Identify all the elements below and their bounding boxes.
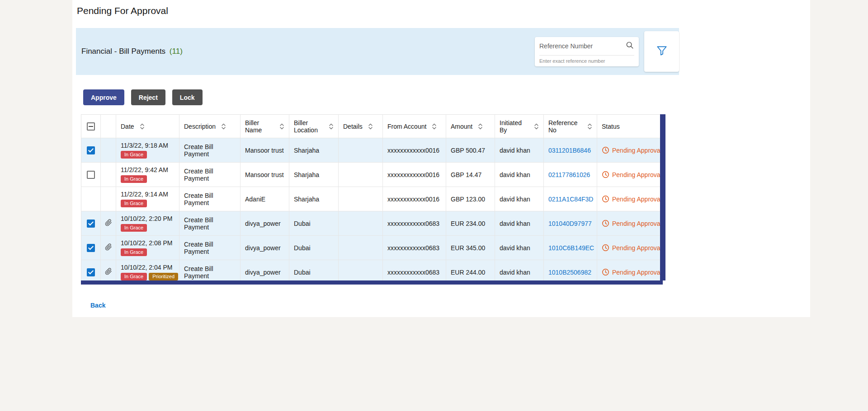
row-details (339, 211, 383, 236)
column-header-initiated-by[interactable]: Initiated By (495, 115, 544, 138)
status-badge: Prioritized (149, 273, 178, 280)
reference-link[interactable]: 101040D97977 (548, 220, 592, 227)
table-row: 11/2/22, 9:14 AMIn GraceCreate Bill Paym… (81, 187, 660, 211)
row-checkbox[interactable] (87, 171, 95, 179)
row-description: Create Bill Payment (179, 236, 241, 260)
reference-link[interactable]: 0211A1C84F3D (548, 196, 593, 203)
back-link[interactable]: Back (90, 302, 105, 309)
paperclip-icon (105, 269, 112, 276)
row-amount: EUR 345.00 (446, 236, 495, 260)
row-date: 11/2/22, 9:14 AM (121, 191, 175, 198)
row-initiated-by: david khan (495, 163, 544, 187)
paperclip-icon (105, 245, 112, 252)
pending-clock-icon (602, 220, 609, 227)
row-details (339, 163, 383, 187)
reference-link[interactable]: 0311201B6846 (548, 147, 591, 154)
sort-icon[interactable] (329, 123, 334, 130)
search-icon[interactable] (625, 41, 634, 51)
row-checkbox[interactable] (87, 244, 95, 252)
row-initiated-by: david khan (495, 211, 544, 236)
attachment-column-header (101, 115, 116, 138)
row-biller-location: Sharjaha (289, 138, 339, 163)
reference-link[interactable]: 1010C6B149EC (548, 244, 594, 252)
row-from-account: xxxxxxxxxxxx0016 (383, 163, 446, 187)
column-header-description[interactable]: Description (179, 115, 241, 138)
row-initiated-by: david khan (495, 187, 544, 211)
row-status: Pending Approval (612, 147, 662, 154)
row-date: 10/10/22, 2:08 PM (121, 239, 175, 247)
table-row: 11/3/22, 9:18 AMIn GraceCreate Bill Paym… (81, 138, 660, 163)
lock-button[interactable]: Lock (172, 89, 203, 105)
sort-icon[interactable] (534, 123, 539, 130)
row-status: Pending Approval (612, 269, 662, 276)
sort-icon[interactable] (221, 123, 226, 130)
reference-link[interactable]: 021177861026 (548, 171, 590, 178)
row-initiated-by: david khan (495, 236, 544, 260)
horizontal-scrollbar[interactable] (81, 280, 663, 285)
section-title: Financial - Bill Payments (11) (81, 47, 183, 56)
column-header-amount[interactable]: Amount (446, 115, 495, 138)
sort-icon[interactable] (587, 123, 592, 130)
row-amount: GBP 500.47 (446, 138, 495, 163)
row-date: 11/3/22, 9:18 AM (121, 142, 175, 149)
sort-icon[interactable] (478, 123, 483, 130)
column-header-from-account[interactable]: From Account (383, 115, 446, 138)
row-details (339, 187, 383, 211)
row-biller-name: divya_power (241, 211, 289, 236)
row-status: Pending Approval (612, 171, 662, 178)
filter-button[interactable] (644, 31, 679, 72)
record-count: (11) (170, 47, 183, 56)
row-details (339, 236, 383, 260)
status-badge: In Grace (121, 200, 147, 207)
search-hint: Enter exact reference number (539, 56, 634, 64)
row-details (339, 138, 383, 163)
row-amount: GBP 123.00 (446, 187, 495, 211)
section-title-text: Financial - Bill Payments (81, 47, 165, 56)
sort-icon[interactable] (432, 123, 437, 130)
table-header-row: Date Description Biller Name Biller Loca… (81, 115, 660, 138)
row-status: Pending Approval (612, 244, 662, 252)
row-biller-location: Dubai (289, 236, 339, 260)
row-biller-name: Mansoor trust (241, 138, 289, 163)
column-header-biller-name[interactable]: Biller Name (241, 115, 289, 138)
funnel-icon (656, 45, 668, 58)
row-from-account: xxxxxxxxxxxx0016 (383, 138, 446, 163)
approvals-table: Date Description Biller Name Biller Loca… (81, 114, 665, 285)
status-badge: In Grace (121, 224, 147, 232)
status-badge: In Grace (121, 273, 147, 280)
row-description: Create Bill Payment (179, 138, 241, 163)
sort-icon[interactable] (279, 123, 284, 130)
vertical-scrollbar[interactable] (660, 114, 665, 280)
row-biller-location: Sharjaha (289, 187, 339, 211)
row-checkbox[interactable] (87, 146, 95, 154)
table-row: 11/2/22, 9:42 AMIn GraceCreate Bill Paym… (81, 163, 660, 187)
reference-link[interactable]: 1010B2506982 (548, 269, 591, 276)
row-amount: EUR 234.00 (446, 211, 495, 236)
row-from-account: xxxxxxxxxxxx0016 (383, 187, 446, 211)
action-buttons: Approve Reject Lock (83, 89, 810, 105)
row-biller-name: Mansoor trust (241, 163, 289, 187)
column-header-reference-no[interactable]: Reference No (544, 115, 597, 138)
row-checkbox[interactable] (87, 220, 95, 228)
column-header-date[interactable]: Date (116, 115, 179, 138)
reference-number-input[interactable] (539, 42, 623, 50)
row-checkbox[interactable] (87, 268, 95, 276)
content-panel: Pending For Approval Financial - Bill Pa… (72, 0, 810, 317)
reject-button[interactable]: Reject (131, 89, 165, 105)
select-all-checkbox[interactable] (87, 122, 95, 131)
row-status: Pending Approval (612, 220, 662, 227)
sort-icon[interactable] (140, 123, 145, 130)
column-header-biller-location[interactable]: Biller Location (289, 115, 339, 138)
select-all-cell (81, 115, 101, 138)
column-header-status: Status (597, 115, 660, 138)
pending-clock-icon (602, 268, 609, 276)
column-header-details[interactable]: Details (339, 115, 383, 138)
row-from-account: xxxxxxxxxxxx0683 (383, 236, 446, 260)
status-badge: In Grace (121, 151, 147, 159)
paperclip-icon (105, 220, 112, 228)
sort-icon[interactable] (368, 123, 373, 130)
approve-button[interactable]: Approve (83, 89, 124, 105)
pending-clock-icon (602, 244, 609, 252)
pending-clock-icon (602, 146, 609, 154)
row-initiated-by: david khan (495, 138, 544, 163)
